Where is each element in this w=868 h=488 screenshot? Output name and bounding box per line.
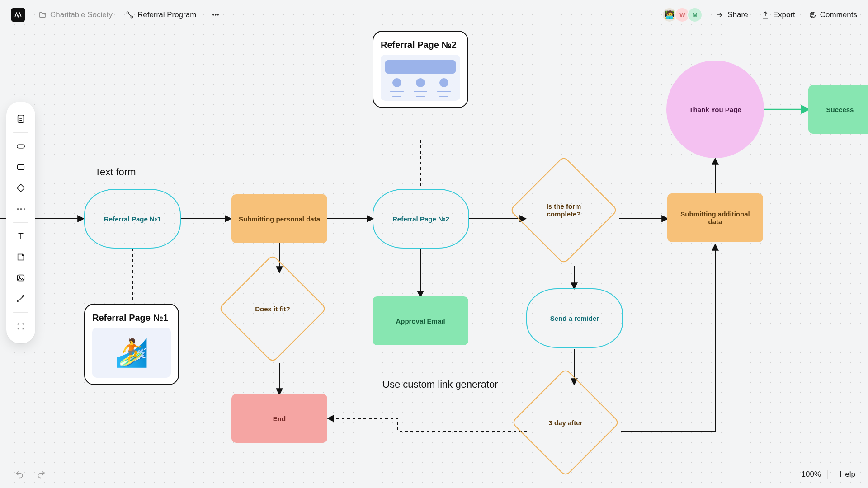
node-thank-you-page[interactable]: Thank You Page (666, 61, 764, 158)
flow-icon (126, 11, 134, 19)
export-button[interactable]: Export (761, 10, 795, 19)
divider (755, 10, 755, 19)
preview-thumb (381, 55, 460, 101)
undo-button[interactable] (13, 468, 26, 481)
divider (13, 132, 28, 133)
node-end[interactable]: End (231, 394, 327, 443)
tool-more-shapes[interactable] (12, 199, 30, 219)
help-button[interactable]: Help (840, 470, 855, 479)
undo-icon (15, 470, 24, 479)
breadcrumb-project[interactable]: Charitable Society (38, 10, 113, 19)
node-submitting-personal-data[interactable]: Submitting personal data (231, 194, 327, 243)
node-approval-email[interactable]: Approval Email (373, 296, 468, 345)
svg-point-4 (217, 14, 219, 16)
export-icon (761, 11, 769, 19)
tool-rectangle[interactable] (12, 157, 30, 177)
node-label: End (273, 415, 286, 422)
node-send-reminder[interactable]: Send a remider (526, 288, 623, 348)
node-label: Referral Page №2 (392, 215, 449, 223)
breadcrumb-page-label: Referral Program (137, 10, 196, 19)
preview-card-referral-1[interactable]: Referral Page №1 🏄 (84, 304, 179, 385)
tool-page[interactable] (12, 109, 30, 129)
collaborator-avatars: W M (665, 7, 703, 23)
divider (119, 10, 119, 19)
preview-card-title: Referral Page №2 (381, 40, 460, 50)
tool-connector[interactable] (12, 289, 30, 309)
ellipsis-icon (212, 11, 220, 19)
tool-frame[interactable] (12, 316, 30, 336)
svg-rect-8 (18, 275, 24, 281)
node-label: Approval Email (396, 317, 445, 325)
export-label: Export (773, 10, 795, 19)
preview-thumb: 🏄 (92, 328, 171, 378)
node-is-form-complete[interactable]: Is the form complete? (525, 172, 602, 249)
breadcrumb-project-label: Charitable Society (50, 10, 113, 19)
zoom-level[interactable]: 100% (802, 470, 821, 479)
node-label: Submitting personal data (239, 215, 320, 223)
node-submitting-additional-data[interactable]: Submitting additional data (667, 193, 763, 242)
divider (13, 312, 28, 313)
node-label: Send a remider (550, 314, 599, 322)
annotation-custom-link[interactable]: Use custom link generator (382, 379, 498, 390)
preview-card-referral-2[interactable]: Referral Page №2 (373, 31, 468, 108)
node-label: Success (826, 106, 854, 113)
node-label: Thank You Page (689, 106, 741, 113)
node-3-day-after[interactable]: 3 day after (527, 384, 604, 461)
divider (13, 222, 28, 223)
tool-terminator[interactable] (12, 136, 30, 156)
redo-button[interactable] (34, 468, 48, 481)
svg-point-10 (18, 300, 19, 302)
divider (203, 10, 203, 19)
share-button[interactable]: Share (716, 10, 748, 19)
node-referral-page-1[interactable]: Referral Page №1 (84, 189, 181, 249)
node-label: 3 day after (542, 419, 589, 427)
comments-label: Comments (820, 10, 857, 19)
top-bar: Charitable Society Referral Program W M … (0, 0, 868, 30)
tool-diamond[interactable] (12, 178, 30, 198)
node-label: Referral Page №1 (104, 215, 161, 223)
shape-toolbar (6, 102, 35, 343)
divider (827, 470, 828, 479)
svg-rect-6 (17, 145, 25, 148)
avatar[interactable]: M (687, 7, 703, 23)
svg-point-3 (215, 14, 217, 16)
node-label: Does it fit? (249, 305, 297, 313)
svg-point-11 (23, 296, 24, 297)
comments-icon (808, 11, 816, 19)
node-does-it-fit[interactable]: Does it fit? (234, 270, 311, 347)
divider (802, 10, 802, 19)
node-label: Submitting additional data (675, 210, 756, 225)
app-logo[interactable] (11, 8, 25, 22)
share-icon (716, 11, 724, 19)
svg-point-2 (213, 14, 214, 16)
comments-button[interactable]: Comments (808, 10, 857, 19)
node-success[interactable]: Success (808, 85, 868, 134)
redo-icon (37, 470, 46, 479)
tool-sticky[interactable] (12, 247, 30, 267)
bottom-bar: 100% Help (0, 461, 868, 488)
preview-card-title: Referral Page №1 (92, 313, 171, 323)
node-referral-page-2[interactable]: Referral Page №2 (373, 189, 469, 249)
breadcrumb-page[interactable]: Referral Program (126, 10, 196, 19)
node-label: Is the form complete? (525, 202, 602, 218)
annotation-text-form[interactable]: Text form (95, 166, 136, 178)
folder-icon (38, 11, 47, 19)
svg-rect-7 (18, 165, 24, 170)
divider (709, 10, 709, 19)
divider (32, 10, 32, 19)
tool-text[interactable] (12, 226, 30, 246)
tool-image[interactable] (12, 268, 30, 288)
share-label: Share (727, 10, 748, 19)
more-menu-button[interactable] (209, 9, 222, 21)
